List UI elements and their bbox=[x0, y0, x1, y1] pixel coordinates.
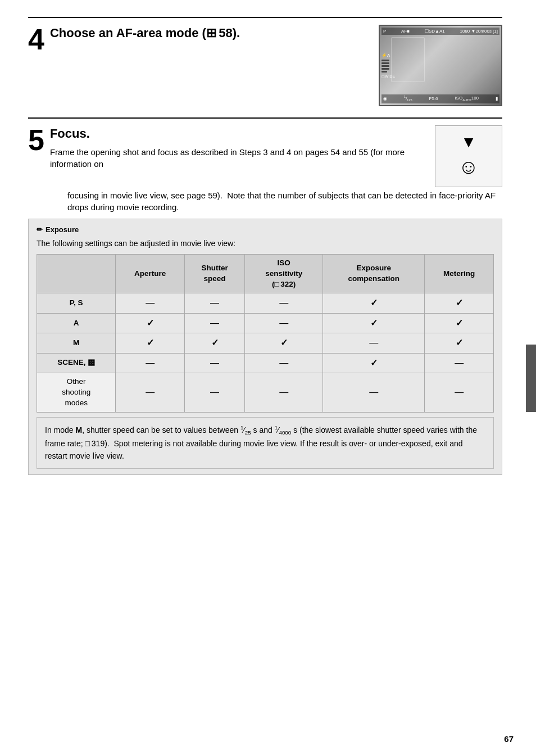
camera-sd: ☐SD▲A1 bbox=[425, 28, 445, 34]
table-row: P, S — — — ✓ ✓ bbox=[37, 293, 494, 313]
camera-mode-p: P bbox=[383, 28, 386, 34]
cell-other-shutter: — bbox=[184, 373, 244, 413]
focus-face-icon: ☺ bbox=[458, 153, 479, 181]
col-header-mode bbox=[37, 254, 116, 293]
table-row: A ✓ — — ✓ ✓ bbox=[37, 313, 494, 333]
cell-a-aperture: ✓ bbox=[116, 313, 184, 333]
row-label-a: A bbox=[37, 313, 116, 333]
cell-m-aperture: ✓ bbox=[116, 333, 184, 353]
cell-scene-shutter: — bbox=[184, 353, 244, 373]
cell-scene-iso: — bbox=[245, 353, 323, 373]
table-header-row: Aperture Shutterspeed ISOsensitivity(□ 3… bbox=[37, 254, 494, 293]
cell-a-exposure: ✓ bbox=[323, 313, 425, 333]
cell-ps-aperture: — bbox=[116, 293, 184, 313]
cell-a-iso: — bbox=[245, 313, 323, 333]
table-row: SCENE, ▩ — — — ✓ — bbox=[37, 353, 494, 373]
cell-a-shutter: — bbox=[184, 313, 244, 333]
cell-m-iso: ✓ bbox=[245, 333, 323, 353]
step4-title: Choose an AF-area mode (⊞ 58). bbox=[50, 25, 367, 42]
cell-other-metering: — bbox=[425, 373, 494, 413]
table-row: M ✓ ✓ ✓ — ✓ bbox=[37, 333, 494, 353]
page-number: 67 bbox=[504, 733, 514, 745]
step5-body-continued: focusing in movie live view, see page 59… bbox=[67, 189, 502, 213]
exposure-subtitle: The following settings can be adjusted i… bbox=[37, 238, 494, 250]
col-header-metering: Metering bbox=[425, 254, 494, 293]
cell-other-iso: — bbox=[245, 373, 323, 413]
cell-ps-exposure: ✓ bbox=[323, 293, 425, 313]
focus-symbol: ▼ ☺ bbox=[458, 131, 479, 182]
shutter-speed: 1/125 bbox=[404, 95, 412, 103]
row-label-ps: P, S bbox=[37, 293, 116, 313]
camera-af-icon: AF■ bbox=[401, 28, 410, 34]
exposure-title: ✏ Exposure bbox=[37, 225, 494, 235]
cell-m-exposure: — bbox=[323, 333, 425, 353]
bottom-note: In mode M, shutter speed can be set to v… bbox=[37, 417, 494, 469]
cell-scene-metering: — bbox=[425, 353, 494, 373]
camera-overlay-bottom: ◉ 1/125 F5.6 ISOAUTO100 ▮ bbox=[381, 94, 499, 103]
step5-number: 5 bbox=[28, 125, 44, 155]
row-label-m: M bbox=[37, 333, 116, 353]
cell-other-exposure: — bbox=[323, 373, 425, 413]
row-label-other: Othershootingmodes bbox=[37, 373, 116, 413]
sidebar-tab bbox=[526, 345, 536, 412]
camera-shots: 1080 ▼20m00s [1] bbox=[460, 28, 498, 34]
cell-scene-aperture: — bbox=[116, 353, 184, 373]
col-header-aperture: Aperture bbox=[116, 254, 184, 293]
cell-ps-shutter: — bbox=[184, 293, 244, 313]
battery-icon: ▮ bbox=[496, 96, 498, 102]
cell-m-shutter: ✓ bbox=[184, 333, 244, 353]
col-header-iso: ISOsensitivity(□ 322) bbox=[245, 254, 323, 293]
col-header-shutter: Shutterspeed bbox=[184, 254, 244, 293]
exposure-label: Exposure bbox=[46, 225, 79, 235]
camera-overlay-top: P AF■ ☐SD▲A1 1080 ▼20m00s [1] bbox=[381, 28, 499, 35]
cell-ps-metering: ✓ bbox=[425, 293, 494, 313]
row-label-scene: SCENE, ▩ bbox=[37, 353, 116, 373]
camera-display: P AF■ ☐SD▲A1 1080 ▼20m00s [1] ⚡A ◻WIDE ◉… bbox=[379, 25, 502, 106]
camera-display-inner: P AF■ ☐SD▲A1 1080 ▼20m00s [1] ⚡A ◻WIDE ◉… bbox=[380, 26, 501, 105]
note-icon: ✏ bbox=[37, 225, 43, 235]
step4-section: 4 Choose an AF-area mode (⊞ 58). P AF■ ☐… bbox=[28, 17, 502, 106]
step5-focus-image: ▼ ☺ bbox=[435, 125, 502, 187]
step5-section: 5 Focus. Frame the opening shot and focu… bbox=[28, 117, 502, 187]
step4-content: Choose an AF-area mode (⊞ 58). bbox=[50, 25, 367, 42]
cell-a-metering: ✓ bbox=[425, 313, 494, 333]
shutter-icon: ◉ bbox=[383, 96, 387, 102]
step5-body: Frame the opening shot and focus as desc… bbox=[50, 146, 424, 170]
step5-title: Focus. bbox=[50, 125, 424, 143]
iso-value: ISOAUTO100 bbox=[455, 95, 479, 102]
scene-content bbox=[391, 37, 425, 82]
step5-content: Focus. Frame the opening shot and focus … bbox=[50, 125, 424, 170]
cell-scene-exposure: ✓ bbox=[323, 353, 425, 373]
step4-number: 4 bbox=[28, 25, 44, 54]
aperture-value: F5.6 bbox=[429, 96, 438, 102]
focus-arrow-icon: ▼ bbox=[458, 131, 479, 153]
cell-ps-iso: — bbox=[245, 293, 323, 313]
exposure-table: Aperture Shutterspeed ISOsensitivity(□ 3… bbox=[37, 254, 494, 413]
exposure-box: ✏ Exposure The following settings can be… bbox=[28, 219, 502, 475]
cell-other-aperture: — bbox=[116, 373, 184, 413]
col-header-exposure: Exposurecompensation bbox=[323, 254, 425, 293]
cell-m-metering: ✓ bbox=[425, 333, 494, 353]
table-row: Othershootingmodes — — — — — bbox=[37, 373, 494, 413]
